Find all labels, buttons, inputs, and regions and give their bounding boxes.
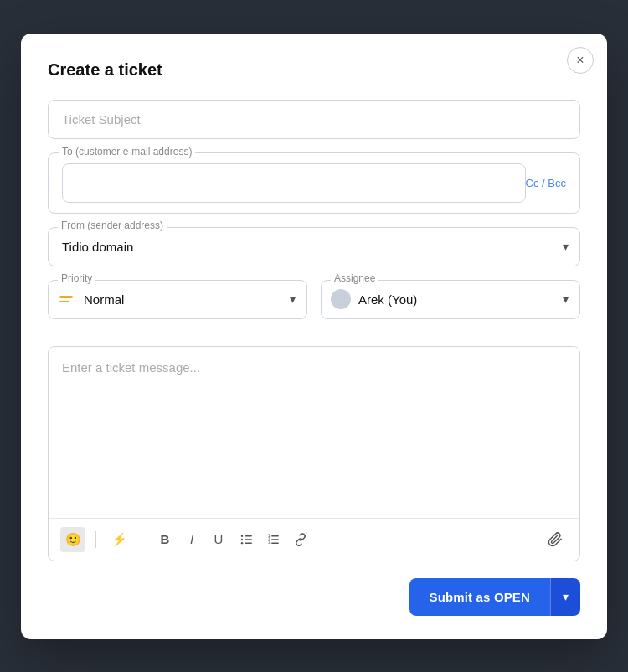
from-select[interactable]: Tidio domain [48,227,580,266]
assignee-label: Assignee [331,272,378,284]
cc-bcc-button[interactable]: Cc / Bcc [526,177,566,189]
lightning-icon: ⚡ [111,532,127,547]
italic-button[interactable]: I [179,527,204,552]
lightning-button[interactable]: ⚡ [106,527,131,552]
toolbar-sep-1 [95,531,96,548]
message-area: 🙂 ⚡ B I U [48,346,580,561]
underline-button[interactable]: U [206,527,231,552]
priority-select[interactable]: Normal Low High Urgent [48,280,307,319]
priority-field-wrapper: Priority Normal Low High Urgent ▾ [48,280,307,319]
from-label: From (sender address) [58,220,167,231]
bullet-list-icon [240,533,254,546]
svg-rect-1 [245,539,252,540]
subject-field-wrapper [48,100,580,139]
link-icon [294,533,307,546]
to-input[interactable] [62,163,526,203]
bullet-list-button[interactable] [234,527,260,552]
svg-rect-7 [271,539,279,540]
svg-point-5 [241,541,243,543]
close-button[interactable]: × [567,47,594,74]
footer-row: Submit as OPEN ▾ [48,578,580,616]
toolbar: 🙂 ⚡ B I U [49,518,579,561]
to-label: To (customer e-mail address) [59,146,195,158]
svg-rect-2 [245,542,252,544]
priority-assignee-row: Priority Normal Low High Urgent ▾ Assig [48,280,580,333]
ordered-list-icon: 1. 2. 3. [267,533,281,546]
svg-text:3.: 3. [268,540,271,545]
emoji-icon: 🙂 [65,532,81,547]
create-ticket-modal: × Create a ticket To (customer e-mail ad… [21,34,607,639]
svg-rect-6 [271,535,279,537]
assignee-field-wrapper: Assignee Arek (You) ▾ [321,280,580,319]
toolbar-format-group: B I U [152,527,231,552]
toolbar-left-group: 🙂 [60,527,85,552]
submit-dropdown-button[interactable]: ▾ [550,578,580,616]
modal-title: Create a ticket [48,60,580,80]
svg-point-4 [241,538,243,540]
svg-point-3 [241,535,243,536]
toolbar-list-group: 1. 2. 3. [234,527,313,552]
submit-dropdown-arrow-icon: ▾ [563,590,569,603]
attachment-button[interactable] [543,527,568,552]
assignee-select[interactable]: Arek (You) [321,280,580,319]
attachment-icon [548,532,563,547]
svg-rect-0 [245,535,252,537]
toolbar-lightning-group: ⚡ [106,527,131,552]
ordered-list-button[interactable]: 1. 2. 3. [261,527,286,552]
submit-button-group: Submit as OPEN ▾ [409,578,580,616]
from-field-wrapper: From (sender address) Tidio domain ▾ [48,227,580,266]
link-button[interactable] [288,527,313,552]
priority-label: Priority [58,272,95,284]
to-field-wrapper: To (customer e-mail address) Cc / Bcc [48,152,580,214]
svg-rect-8 [271,542,279,544]
bold-button[interactable]: B [152,527,178,552]
subject-input[interactable] [48,100,580,139]
message-input[interactable] [49,347,579,514]
emoji-button[interactable]: 🙂 [60,527,85,552]
submit-open-button[interactable]: Submit as OPEN [409,578,550,616]
toolbar-sep-2 [142,531,142,548]
